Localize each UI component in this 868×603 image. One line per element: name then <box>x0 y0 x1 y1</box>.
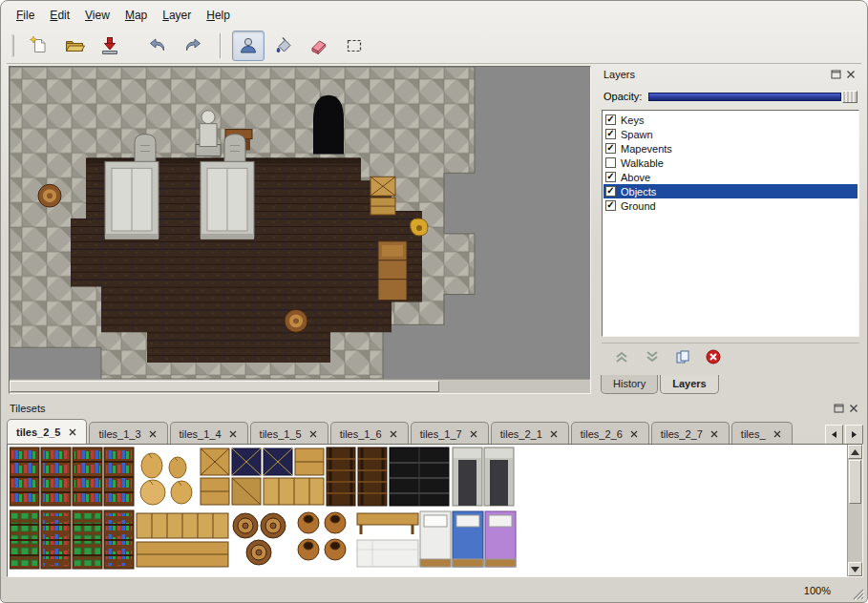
tileset-tab-nav <box>825 425 863 445</box>
layer-row[interactable]: Spawn <box>603 127 857 141</box>
close-tab-icon[interactable] <box>773 428 783 439</box>
undo-button[interactable] <box>141 31 174 61</box>
map-hscroll-thumb[interactable] <box>10 381 439 392</box>
layer-visible-checkbox[interactable] <box>605 129 616 139</box>
layer-label: Walkable <box>621 157 664 169</box>
duplicate-layer-icon <box>674 348 691 365</box>
close-panel-button[interactable] <box>846 403 860 415</box>
tileset-tab[interactable]: tiles_1_4 <box>170 422 248 445</box>
close-tab-icon[interactable] <box>709 428 720 439</box>
tab-history[interactable]: History <box>601 375 658 394</box>
status-bar: 100% <box>1 577 867 603</box>
toolbar-separator <box>220 33 222 58</box>
tileset-tab[interactable]: tiles_1_5 <box>250 422 328 445</box>
layer-label: Ground <box>621 200 656 212</box>
tileset-tab[interactable]: tiles_1_3 <box>89 422 167 445</box>
close-tab-icon[interactable] <box>469 428 479 439</box>
layer-visible-checkbox[interactable] <box>605 200 616 211</box>
delete-layer-button[interactable] <box>703 347 724 366</box>
layers-panel-header: Layers <box>601 66 860 83</box>
float-panel-icon <box>834 404 844 413</box>
raise-layer-button[interactable] <box>611 347 632 366</box>
tileset-vertical-scrollbar[interactable] <box>847 445 862 576</box>
toolbar-handle[interactable] <box>11 34 14 57</box>
layer-visible-checkbox[interactable] <box>605 114 616 125</box>
tileset-tab-label: tiles_2_5 <box>16 426 60 438</box>
close-tab-icon[interactable] <box>308 428 319 439</box>
save-icon <box>99 35 120 56</box>
scroll-up-icon <box>851 449 859 455</box>
scroll-up-button[interactable] <box>848 445 862 459</box>
layer-visible-checkbox[interactable] <box>605 143 616 154</box>
layer-visible-checkbox[interactable] <box>605 172 616 182</box>
layer-row[interactable]: Above <box>603 170 857 184</box>
tileset-vscroll-thumb[interactable] <box>849 460 861 504</box>
tileset-tab-strip: tiles_2_5 tiles_1_3 tiles_1_4 tiles_1_5 … <box>7 419 821 445</box>
open-button[interactable] <box>58 31 91 61</box>
layer-row[interactable]: Walkable <box>603 156 857 170</box>
tileset-tab[interactable]: tiles_2_7 <box>651 422 730 445</box>
close-tab-icon[interactable] <box>67 427 77 438</box>
layer-row[interactable]: Objects <box>603 184 857 198</box>
layer-label: Above <box>621 172 650 183</box>
menu-help[interactable]: Help <box>199 6 238 25</box>
layer-row[interactable]: Keys <box>603 113 857 127</box>
select-tool-button[interactable] <box>338 31 370 61</box>
new-button[interactable] <box>23 31 55 61</box>
stamp-tool-button[interactable] <box>232 31 265 61</box>
menu-edit[interactable]: Edit <box>42 6 77 25</box>
map-horizontal-scrollbar[interactable] <box>10 379 590 393</box>
tileset-tab[interactable]: tiles_2_1 <box>491 422 569 445</box>
layer-visible-checkbox[interactable] <box>605 186 616 197</box>
close-tab-icon[interactable] <box>389 428 399 439</box>
layer-row[interactable]: Ground <box>603 198 857 213</box>
tilesets-panel-header: Tilesets <box>7 400 863 417</box>
tab-nav-left-icon <box>831 430 837 439</box>
close-panel-icon <box>846 70 856 79</box>
float-panel-button[interactable] <box>829 69 843 81</box>
tileset-tab[interactable]: tiles_2_6 <box>571 422 649 445</box>
menu-file[interactable]: File <box>9 6 42 25</box>
eraser-tool-button[interactable] <box>303 31 335 61</box>
scroll-down-icon <box>851 567 859 572</box>
float-panel-button[interactable] <box>832 403 846 415</box>
tileset-tab-label: tiles_1_5 <box>260 428 302 440</box>
lower-layer-icon <box>644 348 661 365</box>
lower-layer-button[interactable] <box>642 347 663 366</box>
tileset-tab[interactable]: tiles_1_7 <box>411 422 489 445</box>
opacity-slider-thumb[interactable] <box>842 91 857 103</box>
tileset-tab-label: tiles_2_6 <box>581 428 623 440</box>
tileset-tab[interactable]: tiles_1_6 <box>330 422 409 445</box>
layer-row[interactable]: Mapevents <box>603 141 857 156</box>
tileset-tab[interactable]: tiles_2_5 <box>7 419 87 445</box>
menu-view[interactable]: View <box>77 6 117 25</box>
save-button[interactable] <box>94 31 126 61</box>
menu-map[interactable]: Map <box>117 6 155 25</box>
tab-layers[interactable]: Layers <box>660 375 718 394</box>
close-tab-icon[interactable] <box>549 428 560 439</box>
layer-visible-checkbox[interactable] <box>605 157 616 168</box>
tileset-view[interactable] <box>7 444 863 577</box>
fill-tool-button[interactable] <box>267 31 300 61</box>
menu-layer[interactable]: Layer <box>155 6 199 25</box>
redo-button[interactable] <box>177 31 209 61</box>
close-tab-icon[interactable] <box>148 428 159 439</box>
layer-label: Mapevents <box>621 143 672 155</box>
open-folder-icon <box>64 35 85 56</box>
scroll-tabs-left-button[interactable] <box>825 425 843 445</box>
map-canvas[interactable] <box>9 66 591 394</box>
opacity-slider-fill <box>648 93 841 101</box>
resize-grip[interactable] <box>852 588 864 600</box>
duplicate-layer-button[interactable] <box>672 347 693 366</box>
tileset-tab-bar: tiles_2_5 tiles_1_3 tiles_1_4 tiles_1_5 … <box>7 419 863 445</box>
close-tab-icon[interactable] <box>228 428 239 439</box>
tileset-tab-label: tiles_2_7 <box>661 428 703 440</box>
close-tab-icon[interactable] <box>629 428 640 439</box>
close-panel-button[interactable] <box>843 69 857 81</box>
opacity-slider[interactable] <box>648 91 857 103</box>
tileset-tab-label: tiles_1_6 <box>340 428 382 440</box>
scroll-down-button[interactable] <box>848 562 862 576</box>
menu-bar: File Edit View Map Layer Help <box>9 5 238 26</box>
scroll-tabs-right-button[interactable] <box>845 425 863 445</box>
tileset-tab[interactable]: tiles_ <box>731 422 793 445</box>
